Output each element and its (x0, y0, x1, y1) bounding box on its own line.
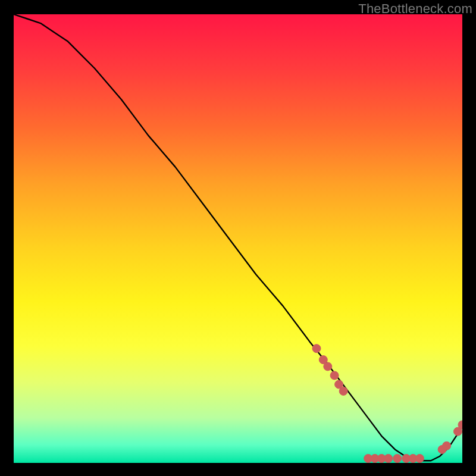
curve-marker (339, 387, 347, 395)
plot-area (14, 14, 462, 463)
curve-marker (393, 455, 402, 463)
curve-marker (312, 345, 321, 353)
bottleneck-curve (14, 14, 462, 461)
curve-marker (324, 362, 332, 371)
curve-marker (330, 371, 339, 380)
curve-marker (415, 455, 424, 463)
curve-marker (384, 455, 393, 463)
curve-marker (443, 441, 451, 450)
chart-stage: TheBottleneck.com (0, 0, 476, 476)
curve-markers (312, 345, 462, 463)
chart-svg (14, 14, 462, 463)
